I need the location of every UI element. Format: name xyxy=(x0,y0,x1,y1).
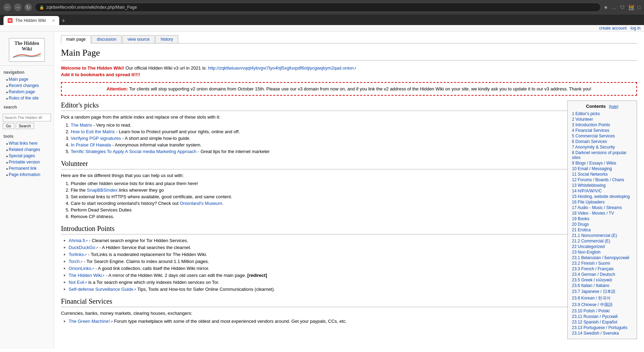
toc-link[interactable]: 15 Hosting, website developing xyxy=(572,194,630,199)
sidebar-item-recent-changes[interactable]: Recent changes xyxy=(0,82,54,89)
toc-link[interactable]: 8 Darknet versions of popular sites xyxy=(572,150,627,160)
sidebar-item-special-pages[interactable]: Special pages xyxy=(0,153,54,159)
toc-item: 15 Hosting, website developing xyxy=(572,194,633,199)
snapbbs-link[interactable]: SnapBBSIndex xyxy=(87,187,117,193)
tab-title: The Hidden Wiki xyxy=(15,18,46,23)
toc-link[interactable]: 6 Domain Services xyxy=(572,139,607,144)
tab-discussion[interactable]: discussion xyxy=(92,35,122,43)
attention-label: Attention: xyxy=(107,86,128,91)
toc-link[interactable]: 23.8 Korean / 한국어 xyxy=(572,296,611,301)
toc-item: 10 Email / Messaging xyxy=(572,166,633,171)
toc-sub-item: 23.9 Chinese / 中国語 xyxy=(572,302,633,308)
tab-favicon: W xyxy=(8,18,13,23)
not-evil-link[interactable]: Not Evil xyxy=(69,280,87,285)
toc-hide-link[interactable]: [hide] xyxy=(609,104,619,109)
tab-close-button[interactable]: ✕ xyxy=(52,18,55,23)
toc-link[interactable]: 23.13 Portuguese / Português xyxy=(572,325,627,330)
surveillance-guide-link[interactable]: Self-defense Surveillance Guide xyxy=(69,287,136,292)
sidebar-item-what-links-here[interactable]: What links here xyxy=(0,140,54,146)
volunteer-list: Plunder other hidden service lists for l… xyxy=(61,181,637,219)
toc-link[interactable]: 1 Editor's picks xyxy=(572,111,600,116)
fullscreen-icon[interactable]: □ xyxy=(638,5,641,10)
toc-list: 1 Editor's picks 2 Volunteer 3 Introduct… xyxy=(572,111,633,336)
hawala-link[interactable]: In Praise Of Hawala xyxy=(71,142,111,147)
page-title: Main Page xyxy=(61,48,637,61)
toc-item: 13 Whistleblowing xyxy=(572,183,633,188)
search-button[interactable]: Search xyxy=(16,123,34,129)
sidebar-item-random-page[interactable]: Random page xyxy=(0,89,54,95)
hidden-wiki-mirror-link[interactable]: The Hidden Wiki xyxy=(69,273,104,278)
intro-points-heading: Introduction Points xyxy=(61,225,637,234)
toc-link[interactable]: 7 Anonymity & Security xyxy=(572,145,615,150)
sidebar-item-main-page[interactable]: Main page xyxy=(0,76,54,82)
nav-section-title: navigation xyxy=(0,69,54,76)
create-account-link[interactable]: create account xyxy=(599,26,627,31)
toc-link[interactable]: 21.1 Noncommercial (E) xyxy=(572,233,617,238)
toc-sub-item: 23.13 Portuguese / Português xyxy=(572,325,633,330)
toc-link[interactable]: 23.9 Chinese / 中国語 xyxy=(572,302,613,307)
tab-history[interactable]: history xyxy=(155,35,178,43)
forward-button[interactable]: → xyxy=(14,3,22,11)
list-item: How to Exit the Matrix - Learn how to Pr… xyxy=(71,129,637,134)
toc-link[interactable]: 3 Introduction Points xyxy=(572,122,610,127)
toc-link[interactable]: 23.14 Swedish / Svenska xyxy=(572,331,619,336)
new-tab-button[interactable]: + xyxy=(59,17,68,25)
onionland-link[interactable]: Onionland's Museum xyxy=(180,201,222,206)
browser-toolbar-icons: ★ … 🛡 🧮 □ xyxy=(604,5,641,10)
bookmark-star-icon[interactable]: ★ xyxy=(604,5,608,10)
sidebar-item-related-changes[interactable]: Related changes xyxy=(0,146,54,153)
toc-link[interactable]: 21 Erotica xyxy=(572,227,591,232)
toc-link[interactable]: 13 Whistleblowing xyxy=(572,183,606,188)
exit-matrix-link[interactable]: How to Exit the Matrix xyxy=(71,129,115,134)
active-tab[interactable]: W The Hidden Wiki ✕ xyxy=(3,16,59,25)
matrix-link[interactable]: The Matrix xyxy=(71,122,92,128)
go-button[interactable]: Go xyxy=(3,123,14,129)
toc-link[interactable]: 20 Drugs xyxy=(572,222,589,227)
extension-icon[interactable]: 🧮 xyxy=(628,5,634,10)
toc-link[interactable]: 4 Financial Services xyxy=(572,128,609,133)
sidebar-item-printable[interactable]: Printable version xyxy=(0,159,54,165)
toc-link[interactable]: 18 Video - Movies / TV xyxy=(572,211,614,216)
duckduckgo-link[interactable]: DuckDuckGo xyxy=(69,245,98,250)
torch-link[interactable]: Torch xyxy=(69,259,83,264)
reload-button[interactable]: ↻ xyxy=(24,3,32,11)
back-button[interactable]: ← xyxy=(3,3,11,11)
list-item: Remove CP shitness. xyxy=(71,214,637,219)
tab-main-page[interactable]: main page xyxy=(61,35,91,43)
toc-link[interactable]: 11 Social Networks xyxy=(572,172,608,177)
onionlinks-link[interactable]: OnionLinks xyxy=(69,266,94,271)
green-machine-link[interactable]: The Green Machine! xyxy=(69,319,113,324)
toc-link[interactable]: 9 Blogs / Essays / Wikis xyxy=(572,161,616,166)
ahmia-link[interactable]: Ahmia.fi xyxy=(69,238,88,243)
sidebar-item-rules[interactable]: Rules of the site xyxy=(0,95,54,101)
tab-view-source[interactable]: view source xyxy=(122,35,155,43)
toc-link[interactable]: 19 Books xyxy=(572,216,589,221)
search-input[interactable] xyxy=(3,114,51,121)
torlinks-link[interactable]: Torlinks xyxy=(69,252,87,257)
top-auth-bar: create account log in xyxy=(0,25,644,32)
toc-item: 21 Erotica xyxy=(572,227,633,233)
sidebar-logo-text: The HiddenWiki xyxy=(13,41,41,52)
list-item: Torlinks - TorLinks is a moderated repla… xyxy=(64,252,637,257)
browser-chrome: ← → ↻ 🔒 zqktlwi4fecvo6ri.onion/wiki/inde… xyxy=(0,0,644,15)
sidebar-item-permanent-link[interactable]: Permanent link xyxy=(0,165,54,171)
welcome-url-link[interactable]: http://zqktlwiuavvvqqt4ybvgvi7tyo4hjl5xg… xyxy=(208,65,356,71)
toc-link[interactable]: 17 Audio - Music / Streams xyxy=(572,205,622,210)
toc-link[interactable]: 12 Forums / Boards / Chans xyxy=(572,177,624,182)
toc-link[interactable]: 16 File Uploaders xyxy=(572,200,605,205)
menu-icon[interactable]: … xyxy=(612,5,616,10)
log-in-link[interactable]: log in xyxy=(630,26,641,31)
sidebar-item-page-info[interactable]: Page information xyxy=(0,171,54,178)
toc-item: 8 Darknet versions of popular sites xyxy=(572,150,633,160)
toc-link[interactable]: 2 Volunteer xyxy=(572,117,593,122)
toc-link[interactable]: 5 Commercial Services xyxy=(572,134,615,138)
toc-link[interactable]: 23.11 Russian / Русский xyxy=(572,314,618,319)
toc-link[interactable]: 14 H/P/A/W/V/C xyxy=(572,189,602,193)
toc-link[interactable]: 10 Email / Messaging xyxy=(572,166,612,171)
url-bar[interactable]: 🔒 zqktlwi4fecvo6ri.onion/wiki/index.php/… xyxy=(35,3,601,12)
strategies-link[interactable]: Terrific Strategies To Apply A Social me… xyxy=(71,149,196,154)
pgp-link[interactable]: Verifying PGP signatures xyxy=(71,136,121,141)
list-item: DuckDuckGo - A Hidden Service that searc… xyxy=(64,245,637,250)
toc-link[interactable]: 23.10 Polish / Polski xyxy=(572,309,610,313)
shield-icon: 🛡 xyxy=(620,5,625,10)
